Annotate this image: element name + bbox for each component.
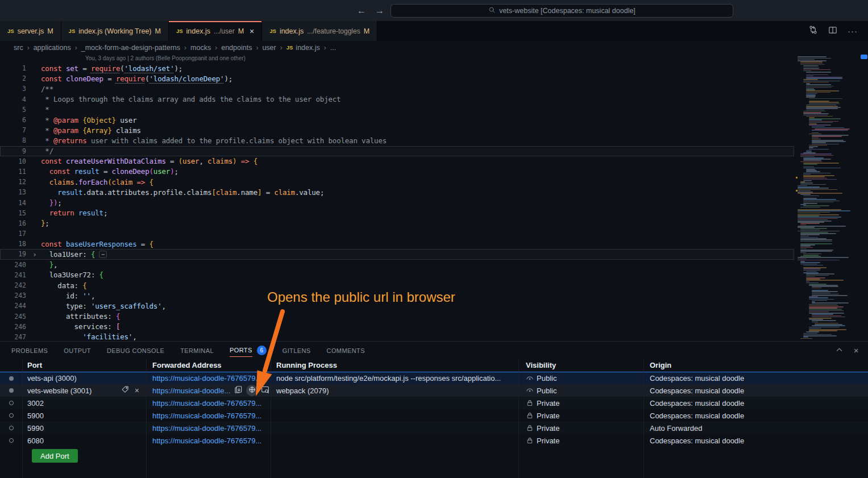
code-line-9[interactable]: 9 */ (0, 146, 794, 156)
panel-tab-terminal[interactable]: TERMINAL (180, 344, 214, 357)
breadcrumb-item-user[interactable]: user (262, 44, 276, 52)
breadcrumb-item-src[interactable]: src (14, 44, 23, 52)
breadcrumb-item-mocks[interactable]: mocks (190, 44, 211, 52)
code-line-12[interactable]: 12 claims.forEach(claim => { (0, 177, 794, 187)
code-text: }; (41, 219, 49, 227)
scrollbar-thumb[interactable] (861, 55, 867, 59)
forwarded-address-link[interactable]: https://musical-doodle-7676579... (152, 424, 261, 433)
panel-tab-debug-console[interactable]: DEBUG CONSOLE (107, 344, 164, 357)
code-line-1[interactable]: 1const set = require('lodash/set'); (0, 63, 794, 73)
close-tab-icon[interactable]: × (250, 27, 254, 36)
fold-chevron-icon[interactable]: › (28, 251, 41, 258)
forwarded-address-link[interactable]: https://musical-doodle-7676579... (152, 437, 261, 445)
visibility-cell[interactable]: Public (519, 372, 644, 384)
port-row-actions: × (121, 385, 146, 396)
code-token: id: (41, 292, 82, 300)
code-token: services: (41, 322, 116, 331)
code-line-2[interactable]: 2const cloneDeep = require('lodash/clone… (0, 73, 794, 84)
code-line-240[interactable]: 240 }, (0, 260, 794, 270)
copy-address-icon[interactable] (234, 385, 243, 396)
port-cell[interactable]: 3002 (23, 397, 147, 409)
maximize-panel-icon[interactable] (835, 346, 844, 355)
open-changes-icon[interactable] (808, 25, 818, 37)
code-token (41, 167, 49, 176)
breadcrumb-item-applications[interactable]: applications (34, 44, 71, 52)
minimap[interactable] (796, 54, 860, 341)
column-header-port: Port (23, 359, 147, 372)
code-line-8[interactable]: 8 * @returns user with claims added to t… (0, 135, 794, 146)
code-token: ( (149, 167, 153, 176)
code-token (41, 332, 82, 341)
close-icon[interactable]: × (135, 386, 139, 395)
visibility-cell[interactable]: Public (519, 384, 644, 397)
command-center-search[interactable]: vets-website [Codespaces: musical doodle… (391, 4, 733, 18)
code-token: = (99, 167, 112, 176)
visibility-cell[interactable]: Private (519, 409, 644, 422)
editor-tab-index-js-working-tree-[interactable]: JSindex.js (Working Tree)M (61, 21, 169, 41)
code-line-3[interactable]: 3/** (0, 84, 794, 94)
forwarded-address-cell[interactable]: https://musical-doodle-7676579... (147, 409, 271, 422)
breadcrumb-item-index-js[interactable]: JSindex.js (286, 44, 320, 52)
forwarded-address-cell[interactable]: https://musical-doodle-7676579... (147, 422, 271, 434)
visibility-cell[interactable]: Private (519, 422, 644, 434)
running-process-cell (271, 422, 519, 434)
panel-tab-output[interactable]: OUTPUT (64, 344, 91, 357)
minimap-line (800, 207, 820, 208)
code-line-11[interactable]: 11 const result = cloneDeep(user); (0, 167, 794, 177)
port-status-cell (0, 384, 23, 397)
code-line-17[interactable]: 17 (0, 228, 794, 239)
minimap-line (800, 241, 832, 242)
breadcrumb-item--[interactable]: ... (330, 44, 336, 52)
history-forward-icon[interactable]: → (375, 6, 384, 16)
add-port-button[interactable]: Add Port (32, 449, 78, 463)
breadcrumb-item--mock-form-ae-design-patterns[interactable]: _mock-form-ae-design-patterns (81, 44, 180, 52)
code-line-7[interactable]: 7 * @param {Array} claims (0, 125, 794, 135)
visibility-cell[interactable]: Private (519, 397, 644, 409)
forwarded-address-link[interactable]: https://musical-doodle-7676579... (152, 412, 261, 420)
forwarded-address-cell[interactable]: https://musical-doodle-7676579... (147, 434, 271, 447)
port-cell[interactable]: 6080 (23, 434, 147, 447)
code-line-5[interactable]: 5 * (0, 105, 794, 115)
folded-region-badge[interactable]: ⋯ (99, 251, 107, 258)
code-token: baseUserResponses (66, 240, 137, 248)
port-cell[interactable]: 5990 (23, 422, 147, 434)
code-line-241[interactable]: 241 loa3User72: { (0, 270, 794, 280)
minimap-line (803, 167, 814, 168)
code-line-15[interactable]: 15 return result; (0, 208, 794, 218)
code-line-6[interactable]: 6 * @param {Object} user (0, 115, 794, 125)
forwarded-address-link[interactable]: https://musical-doodle... (152, 386, 230, 395)
code-token: loa3User72: (41, 271, 99, 279)
code-token: loa1User: (41, 250, 91, 259)
code-line-246[interactable]: 246 services: [ (0, 322, 794, 332)
visibility-cell[interactable]: Private (519, 434, 644, 447)
code-token: forEach (78, 178, 107, 186)
breadcrumb-separator-icon: › (280, 44, 283, 52)
breadcrumb-item-endpoints[interactable]: endpoints (221, 44, 252, 52)
tag-icon[interactable] (121, 385, 130, 396)
close-panel-icon[interactable]: × (854, 346, 859, 355)
code-line-19[interactable]: 19› loa1User: {⋯ (0, 249, 794, 259)
code-line-10[interactable]: 10const createUserWithDataClaims = (user… (0, 156, 794, 167)
panel-tab-comments[interactable]: COMMENTS (327, 344, 365, 357)
code-line-14[interactable]: 14 }); (0, 197, 794, 207)
port-cell[interactable]: vets-api (3000) (23, 372, 147, 384)
port-cell[interactable]: 5900 (23, 409, 147, 422)
panel-tab-problems[interactable]: PROBLEMS (11, 344, 48, 357)
port-cell[interactable]: vets-website (3001)× (23, 384, 147, 397)
lock-icon (526, 424, 534, 432)
code-line-247[interactable]: 247 'facilities', (0, 332, 794, 341)
code-line-245[interactable]: 245 attributes: { (0, 311, 794, 322)
editor-tab-index-js[interactable]: JSindex.js.../userM× (169, 21, 262, 41)
code-line-4[interactable]: 4 * Loops through the claims array and a… (0, 94, 794, 105)
minimap-line (803, 201, 840, 202)
editor-scrollbar[interactable] (860, 54, 868, 341)
code-token: , (91, 292, 95, 300)
split-editor-icon[interactable] (828, 26, 837, 37)
history-back-icon[interactable]: ← (357, 6, 366, 16)
code-line-18[interactable]: 18const baseUserResponses = { (0, 239, 794, 249)
code-line-13[interactable]: 13 result.data.attributes.profile.claims… (0, 187, 794, 197)
editor-tab-server-js[interactable]: JSserver.jsM (0, 21, 61, 41)
editor-tab-index-js[interactable]: JSindex.js.../feature-togglesM (262, 21, 377, 41)
code-line-16[interactable]: 16}; (0, 218, 794, 228)
more-actions-icon[interactable]: ··· (848, 26, 858, 36)
